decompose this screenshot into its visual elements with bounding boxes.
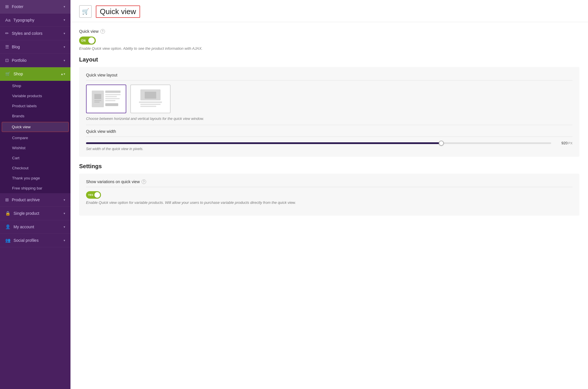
layout-description: Choose between horizontal and vertical l… [86,117,572,121]
my-account-chevron [64,225,65,229]
single-product-chevron [64,212,65,215]
settings-card: Show variations on quick view ? YES Enab… [79,174,579,216]
svg-rect-6 [105,96,117,97]
layout-heading: Layout [79,56,579,63]
quick-view-description: Enable Quick view option. Ability to see… [79,46,579,51]
horizontal-layout-preview [90,88,122,110]
toggle-on-label: ON [81,39,86,42]
svg-rect-11 [145,92,156,99]
settings-heading: Settings [79,163,579,170]
header-cart-icon: 🛒 [82,8,89,15]
sidebar-sub-thank-you[interactable]: Thank you page [0,173,70,183]
footer-chevron [64,5,65,9]
sidebar-sub-shop[interactable]: Shop [0,81,70,91]
page-header: 🛒 Quick view [70,0,588,22]
sidebar-sub-compare[interactable]: Compare [0,133,70,143]
show-variations-description: Enable Quick view option for variable pr… [86,200,572,205]
sidebar-item-social-profiles-label: Social profiles [14,238,39,243]
footer-icon: ⊞ [5,4,9,9]
quick-view-label-row: Quick view ? [79,29,579,34]
quick-view-help-icon[interactable]: ? [100,29,105,34]
quick-view-toggle-section: Quick view ? ON Enable Quick view option… [79,29,579,51]
sidebar-item-portfolio-label: Portfolio [12,58,26,63]
sidebar-item-shop-label: Shop [14,72,23,76]
slider-row: 920px [86,141,572,145]
sidebar-item-blog-label: Blog [12,45,20,49]
show-variations-toggle[interactable]: YES [86,191,101,199]
layout-options [86,85,572,113]
page-title: Quick view [96,5,140,18]
typography-chevron [64,18,65,22]
sidebar-item-shop[interactable]: 🛒 Shop ▲ [0,67,70,81]
content-area: Quick view ? ON Enable Quick view option… [70,22,588,229]
shop-submenu: Shop Variable products Product labels Br… [0,81,70,193]
portfolio-icon: ⊡ [5,58,9,63]
sidebar-item-social-profiles[interactable]: 👥 Social profiles [0,234,70,247]
show-variations-label-row: Show variations on quick view ? [86,179,572,187]
social-profiles-icon: 👥 [5,238,11,243]
svg-rect-8 [105,100,115,101]
sidebar-item-blog[interactable]: ☰ Blog [0,40,70,54]
sidebar-item-styles-label: Styles and colors [12,31,43,36]
yes-toggle-label: YES [88,193,93,196]
blog-icon: ☰ [5,44,9,49]
sidebar-item-my-account-label: My account [14,225,34,229]
sidebar-sub-cart[interactable]: Cart [0,153,70,163]
svg-rect-13 [140,104,161,105]
sidebar-item-single-product[interactable]: 🔒 Single product [0,207,70,220]
layout-divider [86,125,572,125]
product-archive-icon: ⊞ [5,197,9,202]
styles-icon: ✏ [5,31,9,36]
sidebar-sub-free-shipping[interactable]: Free shipping bar [0,183,70,193]
svg-rect-14 [140,106,156,107]
product-archive-chevron [64,198,65,202]
portfolio-chevron [64,59,65,62]
sidebar-sub-brands[interactable]: Brands [0,111,70,121]
sidebar-sub-checkout[interactable]: Checkout [0,163,70,173]
svg-rect-1 [94,94,101,99]
layout-option-vertical[interactable] [130,85,171,113]
sidebar-item-typography[interactable]: Aa Typography [0,14,70,27]
main-content: 🛒 Quick view Quick view ? ON Enable Quic… [70,0,588,389]
quick-view-width-label: Quick view width [86,129,572,137]
sidebar-item-styles-colors[interactable]: ✏ Styles and colors [0,27,70,40]
sidebar-sub-product-labels[interactable]: Product labels [0,101,70,111]
show-variations-toggle-wrap: YES [86,191,572,199]
sidebar-item-product-archive[interactable]: ⊞ Product archive [0,193,70,207]
sidebar-item-footer[interactable]: ⊞ Footer [0,0,70,14]
width-unit: px [568,141,572,145]
styles-chevron [64,32,65,35]
sidebar-item-typography-label: Typography [13,18,34,22]
blog-chevron [64,45,65,49]
sidebar-item-footer-label: Footer [12,4,23,9]
sidebar-sub-quick-view[interactable]: Quick view [2,122,69,132]
sidebar-item-product-archive-label: Product archive [12,198,40,202]
page-header-icon: 🛒 [79,5,92,18]
svg-rect-12 [139,101,162,103]
sidebar: ⊞ Footer Aa Typography ✏ Styles and colo… [0,0,70,389]
sidebar-item-single-product-label: Single product [14,211,39,216]
my-account-icon: 👤 [5,224,11,229]
single-product-icon: 🔒 [5,211,11,216]
show-variations-help-icon[interactable]: ? [142,179,146,184]
svg-rect-7 [105,98,120,99]
show-variations-label: Show variations on quick view [86,179,140,184]
svg-rect-9 [105,103,118,106]
quick-view-layout-label: Quick view layout [86,73,572,81]
slider-value: 920px [555,141,572,145]
quick-view-toggle-wrap: ON [79,37,579,45]
yes-toggle-knob [94,192,100,198]
svg-rect-4 [105,91,121,93]
sidebar-item-my-account[interactable]: 👤 My account [0,220,70,234]
sidebar-sub-wishlist[interactable]: Wishlist [0,143,70,153]
sidebar-sub-variable-products[interactable]: Variable products [0,91,70,101]
layout-option-horizontal[interactable] [86,85,126,113]
shop-chevron: ▲ [60,72,65,76]
width-slider[interactable] [86,142,551,144]
vertical-layout-preview [135,88,166,110]
toggle-knob [88,37,95,44]
quick-view-toggle[interactable]: ON [79,37,96,45]
sidebar-item-portfolio[interactable]: ⊡ Portfolio [0,54,70,67]
social-profiles-chevron [64,239,65,242]
width-description: Set width of the quick view in pixels. [86,147,572,151]
